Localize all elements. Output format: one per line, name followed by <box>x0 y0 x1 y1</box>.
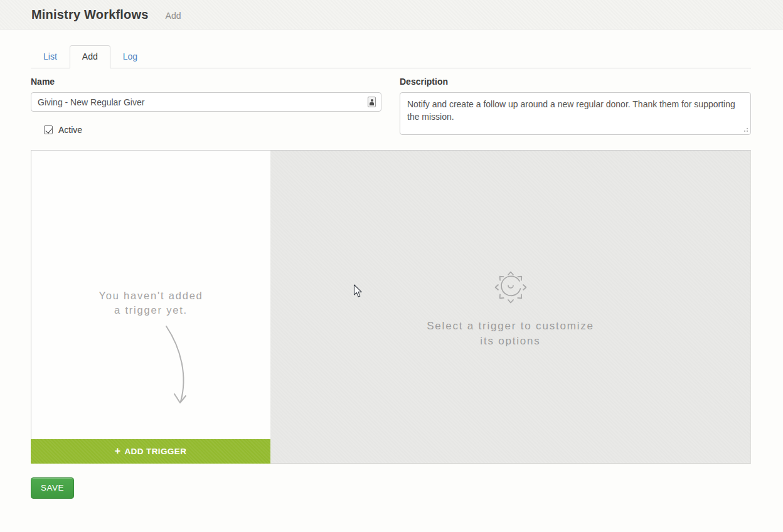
autofill-icon <box>368 97 376 107</box>
name-column: Name Active <box>31 68 381 137</box>
empty-trigger-line1: You haven't added <box>31 289 270 303</box>
name-input[interactable] <box>31 92 381 112</box>
active-label: Active <box>58 125 82 135</box>
page-header: Ministry Workflows Add <box>0 0 783 29</box>
trigger-column: You haven't added a trigger yet. + ADD T… <box>31 150 270 464</box>
name-input-wrap <box>31 92 381 112</box>
description-column: Description Notify and create a follow u… <box>400 68 751 137</box>
trigger-options-panel: Select a trigger to customize its option… <box>270 150 751 464</box>
plus-icon: + <box>115 445 121 457</box>
active-row: Active <box>44 125 381 135</box>
name-label: Name <box>31 77 381 87</box>
description-label: Description <box>400 77 751 87</box>
save-button[interactable]: SAVE <box>31 477 74 499</box>
add-trigger-button[interactable]: + ADD TRIGGER <box>31 439 270 464</box>
tab-log[interactable]: Log <box>110 45 150 68</box>
workflow-form: Name Active Description Notify and creat… <box>31 68 751 137</box>
breadcrumb: Add <box>166 11 181 21</box>
main-content: List Add Log Name Active Description Not… <box>0 45 783 499</box>
empty-trigger-line2: a trigger yet. <box>31 303 270 317</box>
tab-bar: List Add Log <box>31 45 751 68</box>
description-textarea[interactable]: Notify and create a follow up around a n… <box>400 92 751 135</box>
empty-trigger-message: You haven't added a trigger yet. <box>31 289 270 317</box>
workflow-builder: You haven't added a trigger yet. + ADD T… <box>31 150 751 464</box>
tab-add[interactable]: Add <box>70 45 110 68</box>
resize-grip-icon[interactable] <box>742 126 748 132</box>
page: { "header": { "title": "Ministry Workflo… <box>0 0 783 532</box>
curved-arrow-icon <box>159 325 194 410</box>
select-trigger-line2: its options <box>427 334 594 349</box>
gear-sketch-icon <box>489 265 532 307</box>
select-trigger-message: Select a trigger to customize its option… <box>427 319 594 349</box>
active-checkbox[interactable] <box>44 125 53 134</box>
description-wrap: Notify and create a follow up around a n… <box>400 92 751 137</box>
page-title: Ministry Workflows <box>31 8 149 22</box>
trigger-list-panel: You haven't added a trigger yet. <box>31 150 270 439</box>
tab-list[interactable]: List <box>31 45 70 68</box>
add-trigger-label: ADD TRIGGER <box>124 447 186 456</box>
select-trigger-line1: Select a trigger to customize <box>427 319 594 334</box>
